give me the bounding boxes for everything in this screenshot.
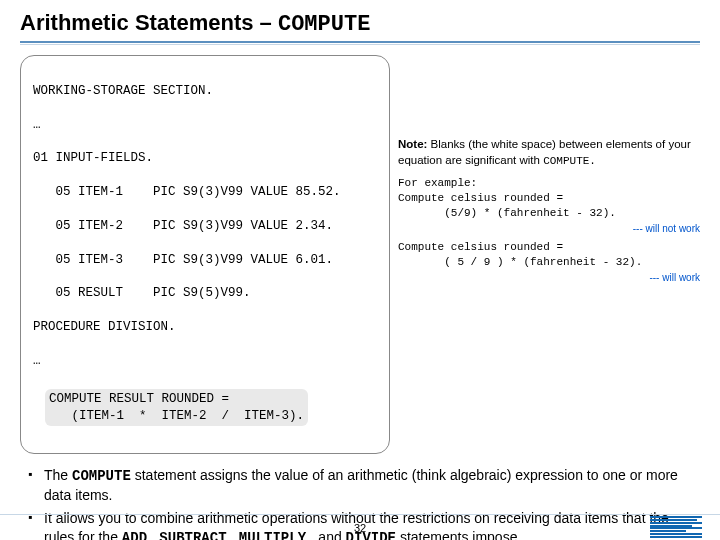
code-line: COMPUTE RESULT ROUNDED = (49, 392, 229, 406)
slide-title: Arithmetic Statements – COMPUTE (20, 10, 700, 37)
code-line: … (33, 117, 379, 134)
code-line: 05 RESULT PIC S9(5)V99. (33, 285, 379, 302)
note-keyword: COMPUTE. (543, 155, 596, 167)
code-line: … (33, 353, 379, 370)
title-underline (20, 41, 700, 43)
title-subrule (20, 44, 700, 45)
code-line: 05 ITEM-1 PIC S9(3)V99 VALUE 85.52. (33, 184, 379, 201)
footer: 32 (0, 514, 720, 540)
code-line: 05 ITEM-2 PIC S9(3)V99 VALUE 2.34. (33, 218, 379, 235)
code-listing: WORKING-STORAGE SECTION. … 01 INPUT-FIEL… (20, 55, 390, 454)
title-keyword: COMPUTE (278, 12, 370, 37)
page-number: 32 (354, 522, 366, 534)
code-line: PROCEDURE DIVISION. (33, 319, 379, 336)
example-label: For example: (398, 176, 700, 191)
note-column: Note: Blanks (the white space) between e… (398, 55, 700, 454)
title-prefix: Arithmetic Statements – (20, 10, 278, 35)
code-line: WORKING-STORAGE SECTION. (33, 83, 379, 100)
code-line: 01 INPUT-FIELDS. (33, 150, 379, 167)
good-tag: --- will work (649, 272, 700, 283)
note-block: Note: Blanks (the white space) between e… (398, 137, 700, 168)
code-line: (ITEM-1 * ITEM-2 / ITEM-3). (49, 409, 304, 423)
note-label: Note: (398, 138, 427, 150)
example-good: Compute celsius rounded = ( 5 / 9 ) * (f… (398, 240, 700, 270)
code-line: 05 ITEM-3 PIC S9(3)V99 VALUE 6.01. (33, 252, 379, 269)
compute-highlight: COMPUTE RESULT ROUNDED = (ITEM-1 * ITEM-… (45, 389, 308, 427)
bullet-item: The COMPUTE statement assigns the value … (44, 466, 700, 505)
example-bad: Compute celsius rounded = (5/9) * (fahre… (398, 191, 700, 221)
bad-tag: --- will not work (633, 223, 700, 234)
ibm-logo (650, 516, 702, 538)
